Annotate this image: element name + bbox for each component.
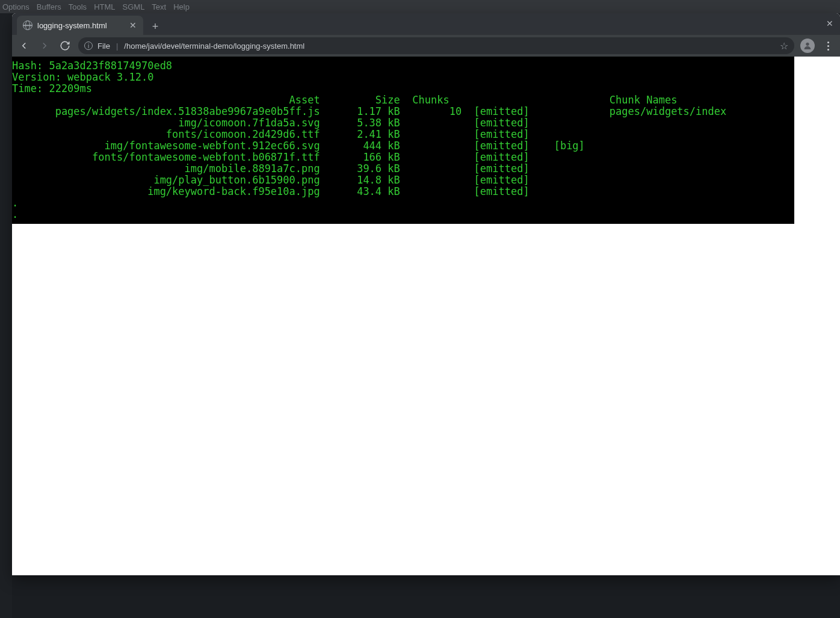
browser-tabbar: logging-system.html ✕ + ✕ bbox=[12, 13, 840, 35]
terminal-pre: Hash: 5a2a3d23f88174970ed8 Version: webp… bbox=[12, 60, 794, 220]
close-window-button[interactable]: ✕ bbox=[824, 18, 835, 29]
bg-menu-item: Options bbox=[2, 2, 29, 11]
url-scheme: File bbox=[97, 42, 110, 51]
bg-menu-item: Tools bbox=[69, 2, 87, 11]
bg-menu-item: Text bbox=[152, 2, 166, 11]
browser-tab-active[interactable]: logging-system.html ✕ bbox=[17, 16, 143, 35]
browser-menu-button[interactable] bbox=[821, 42, 835, 51]
browser-toolbar: i File | /home/javi/devel/terminal-demo/… bbox=[12, 35, 840, 57]
bg-menu-item: HTML bbox=[94, 2, 115, 11]
url-separator: | bbox=[116, 42, 118, 51]
page-viewport: Hash: 5a2a3d23f88174970ed8 Version: webp… bbox=[12, 57, 840, 575]
browser-window: logging-system.html ✕ + ✕ i File | /home… bbox=[12, 13, 840, 575]
globe-icon bbox=[23, 20, 32, 30]
terminal-output: Hash: 5a2a3d23f88174970ed8 Version: webp… bbox=[12, 57, 794, 224]
reload-button[interactable] bbox=[58, 39, 72, 53]
profile-avatar[interactable] bbox=[800, 39, 815, 53]
bookmark-star-icon[interactable]: ☆ bbox=[780, 40, 788, 52]
forward-button[interactable] bbox=[37, 39, 52, 53]
background-editor-gutter bbox=[0, 13, 12, 618]
back-button[interactable] bbox=[17, 39, 31, 53]
address-bar[interactable]: i File | /home/javi/devel/terminal-demo/… bbox=[78, 37, 794, 54]
new-tab-button[interactable]: + bbox=[147, 18, 164, 35]
background-editor-menubar: Options Buffers Tools HTML SGML Text Hel… bbox=[0, 0, 840, 13]
svg-point-0 bbox=[806, 43, 809, 46]
tab-title: logging-system.html bbox=[37, 21, 124, 30]
bg-menu-item: SGML bbox=[123, 2, 145, 11]
info-icon[interactable]: i bbox=[84, 42, 93, 50]
close-tab-button[interactable]: ✕ bbox=[129, 21, 137, 29]
bg-menu-item: Buffers bbox=[37, 2, 61, 11]
url-path: /home/javi/devel/terminal-demo/logging-s… bbox=[124, 42, 304, 51]
bg-menu-item: Help bbox=[173, 2, 190, 11]
